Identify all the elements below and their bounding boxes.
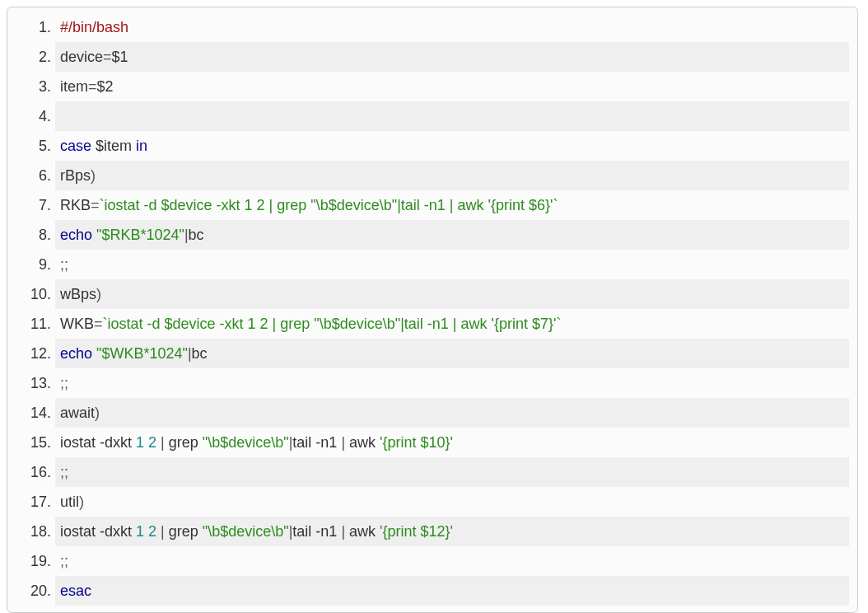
code-line: iostat -dxkt 1 2 | grep "\b$device\b"|ta… <box>55 428 849 457</box>
code-line <box>55 101 849 131</box>
code-token: $2 <box>97 78 114 95</box>
code-token: esac <box>60 583 91 599</box>
code-token: tail -n1 <box>292 523 341 540</box>
code-token: iostat -dxkt <box>60 523 136 540</box>
code-token: "$WKB*1024" <box>96 345 188 362</box>
code-token: bc <box>189 227 204 243</box>
code-token: util <box>60 494 79 510</box>
code-line: item=$2 <box>55 72 849 101</box>
code-line: WKB=`iostat -d $device -xkt 1 2 | grep "… <box>55 309 849 339</box>
code-token: `iostat -d $device -xkt 1 2 | grep "\b$d… <box>103 316 562 332</box>
code-token: ) <box>91 167 96 184</box>
code-line: await) <box>55 398 849 428</box>
code-token: = <box>88 78 97 95</box>
code-line: RKB=`iostat -d $device -xkt 1 2 | grep "… <box>55 190 849 220</box>
code-line: esac <box>55 576 849 606</box>
code-token: '{print $10}' <box>380 434 453 451</box>
code-token: rBps <box>60 167 91 184</box>
code-token: ;; <box>60 256 68 273</box>
code-token: ) <box>95 405 100 421</box>
code-line: echo "$WKB*1024"|bc <box>55 339 849 368</box>
code-token: case <box>60 138 91 154</box>
code-token: awk <box>345 523 380 540</box>
code-token: 1 2 <box>136 434 156 451</box>
code-token: "\b$device\b" <box>203 434 289 451</box>
code-line: ;; <box>55 250 849 279</box>
code-line: ;; <box>55 546 849 576</box>
code-token: grep <box>165 523 203 540</box>
code-line: iostat -dxkt 1 2 | grep "\b$device\b"|ta… <box>55 517 849 546</box>
code-line: case $item in <box>55 131 849 161</box>
code-line: ;; <box>55 368 849 398</box>
code-token: iostat -dxkt <box>60 434 136 451</box>
code-token: "\b$device\b" <box>203 523 289 540</box>
code-token: "$RKB*1024" <box>96 227 184 243</box>
code-token: grep <box>165 434 203 451</box>
code-token: ;; <box>60 553 68 569</box>
code-token: = <box>103 49 112 65</box>
code-token: awk <box>345 434 380 451</box>
code-token: item <box>60 78 88 95</box>
code-token: wBps <box>60 286 96 302</box>
code-token: tail -n1 <box>292 434 341 451</box>
code-token: ) <box>79 494 84 510</box>
code-token: ;; <box>60 375 68 391</box>
code-token: ;; <box>60 464 68 480</box>
code-block: #/bin/bashdevice=$1item=$2 case $item in… <box>7 7 858 613</box>
code-line: echo "$RKB*1024"|bc <box>55 220 849 250</box>
code-token: = <box>91 197 100 213</box>
code-line: rBps) <box>55 161 849 190</box>
code-token: bc <box>192 345 208 362</box>
code-token: #/bin/bash <box>60 19 128 35</box>
code-token: WKB <box>60 316 94 332</box>
code-token: ) <box>96 286 101 302</box>
code-token <box>60 108 64 124</box>
code-token: '{print $12}' <box>380 523 453 540</box>
code-line: util) <box>55 487 849 517</box>
code-list: #/bin/bashdevice=$1item=$2 case $item in… <box>16 12 849 606</box>
code-token: `iostat -d $device -xkt 1 2 | grep "\b$d… <box>100 197 558 213</box>
code-token: RKB <box>60 197 91 213</box>
code-token: = <box>94 316 103 332</box>
code-token: $item <box>91 138 136 154</box>
code-token: $1 <box>112 49 128 65</box>
code-token: device <box>60 49 103 65</box>
code-line: #/bin/bash <box>55 12 849 42</box>
code-line: wBps) <box>55 279 849 309</box>
code-token: echo <box>60 227 92 243</box>
code-token: 1 2 <box>136 523 156 540</box>
code-line: device=$1 <box>55 42 849 72</box>
code-token: echo <box>60 345 92 362</box>
code-line: ;; <box>55 457 849 487</box>
code-token: await <box>60 405 95 421</box>
code-token: in <box>136 138 147 154</box>
